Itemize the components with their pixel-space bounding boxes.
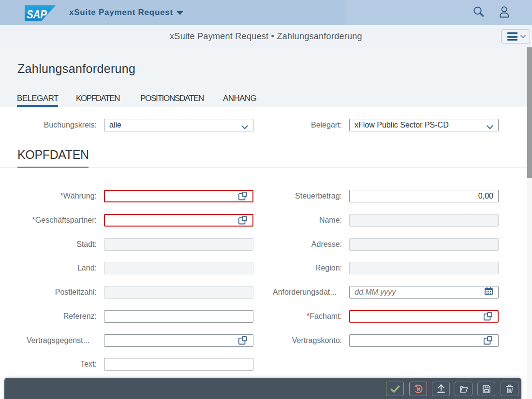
svg-text:SAP: SAP <box>27 8 47 21</box>
